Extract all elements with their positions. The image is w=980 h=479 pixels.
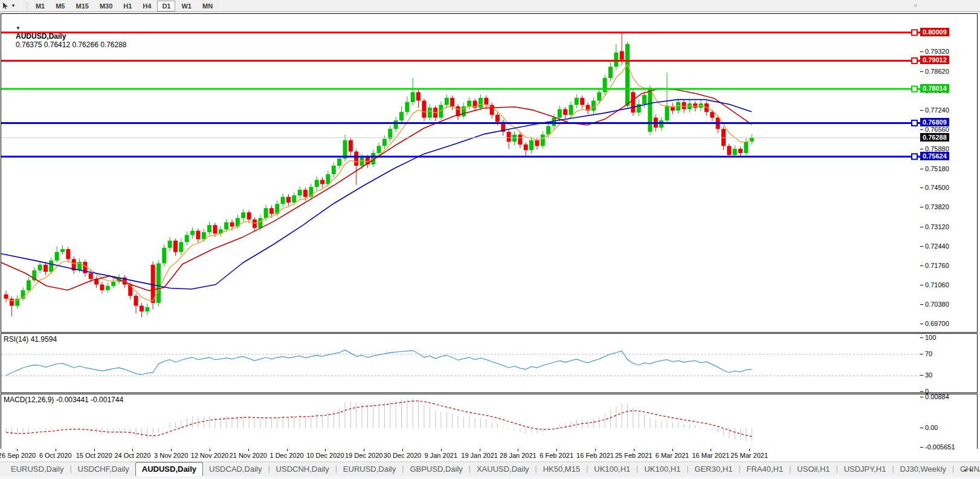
date-tick	[402, 449, 403, 451]
date-tick	[210, 449, 210, 451]
macd-scale-label: 0.00884	[925, 393, 949, 400]
date-tick	[749, 449, 750, 451]
price-tick	[920, 285, 923, 285]
tab-fra40-h1[interactable]: FRA40,H1	[741, 463, 790, 476]
tab-eurusd-daily[interactable]: EURUSD,Daily	[337, 463, 402, 476]
macd-scale-tick	[920, 447, 923, 448]
tab-eurusd-daily[interactable]: EURUSD,Daily	[5, 463, 69, 476]
chart-context-arrow-icon[interactable]: ▼	[16, 25, 21, 31]
price-tick	[920, 169, 923, 169]
hline-price-tag[interactable]: 0.80009	[920, 28, 949, 36]
price-tick	[920, 149, 923, 149]
timeframe-button-d1[interactable]: D1	[157, 1, 175, 11]
date-tick	[634, 449, 634, 451]
main-chart-pane[interactable]: ▼ AUDUSD,Daily 0.76375 0.76412 0.76266 0…	[1, 13, 978, 333]
macd-label: MACD(12,26,9) -0.003441 -0.001744	[4, 396, 123, 404]
tab-hk50-m15[interactable]: HK50,M15	[537, 463, 586, 476]
tab-usdcnh-daily[interactable]: USDCNH,Daily	[270, 463, 335, 476]
macd-scale-tick	[920, 397, 923, 397]
price-tick-label: 0.76560	[925, 126, 949, 133]
timeframe-button-mn[interactable]: MN	[198, 1, 218, 11]
candlestick-chart[interactable]	[1, 14, 921, 332]
price-tick	[920, 51, 923, 52]
toolbar-overflow-icon[interactable]: »	[914, 2, 917, 8]
timeframe-button-w1[interactable]: W1	[176, 1, 196, 11]
price-tick	[920, 129, 923, 130]
tab-gbpusd-daily[interactable]: GBPUSD,Daily	[404, 463, 468, 476]
price-tick-label: 0.75180	[925, 165, 949, 172]
hline-price-tag[interactable]: 0.78014	[920, 84, 949, 93]
macd-scale-label: -0.005651	[925, 443, 955, 451]
date-tick	[595, 449, 596, 451]
rsi-label: RSI(14) 41.9594	[4, 335, 57, 344]
tab-uk100-h1[interactable]: UK100,H1	[588, 463, 636, 476]
date-tick	[132, 449, 133, 451]
tab-scroll-arrows[interactable]: ◂▸	[963, 466, 976, 473]
date-tick	[248, 449, 249, 451]
status-strip	[0, 476, 980, 479]
tab-uk100-h1[interactable]: UK100,H1	[638, 463, 686, 476]
price-tick	[920, 207, 923, 207]
tab-audusd-daily[interactable]: AUDUSD,Daily	[135, 462, 203, 476]
tab-usdjpy-h1[interactable]: USDJPY,H1	[838, 463, 892, 476]
rsi-chart[interactable]	[1, 334, 921, 393]
chart-tab-bar: EURUSD,Daily|USDCHF,DailyAUDUSD,DailyUSD…	[0, 461, 980, 476]
price-tick-label: 0.71760	[925, 262, 949, 269]
timeframe-button-m5[interactable]: M5	[51, 1, 69, 11]
price-tick-label: 0.73120	[925, 223, 949, 230]
hline-price-tag[interactable]: 0.75624	[920, 152, 949, 160]
date-tick	[171, 449, 172, 451]
date-tick	[441, 449, 442, 451]
price-tick	[920, 110, 923, 111]
date-tick	[672, 449, 673, 451]
tab-xauusd-daily[interactable]: XAUUSD,Daily	[471, 463, 535, 476]
tab-usdchf-daily[interactable]: USDCHF,Daily	[72, 463, 135, 476]
date-tick	[556, 449, 557, 451]
timeframe-toolbar: ▼ M1M5M15M30H1H4D1W1MN »	[0, 0, 980, 12]
ohlc-values: 0.76375 0.76412 0.76266 0.76288	[16, 41, 127, 49]
rsi-scale-tick	[920, 391, 923, 392]
price-tick-label: 0.79320	[925, 48, 949, 55]
timeframe-button-h1[interactable]: H1	[118, 1, 137, 11]
sell-marker: *	[723, 128, 726, 137]
rsi-scale-tick	[920, 337, 923, 338]
date-tick	[711, 449, 711, 451]
hline-price-tag[interactable]: 0.76809	[920, 118, 949, 126]
toolbar-separator	[221, 2, 221, 10]
mt4-window: ▼ M1M5M15M30H1H4D1W1MN » ▼ AUDUSD,Daily …	[0, 0, 980, 479]
timeframe-button-m1[interactable]: M1	[31, 1, 50, 11]
timeframe-button-m15[interactable]: M15	[71, 1, 93, 11]
price-tick	[920, 324, 923, 324]
tab-usoil-h1[interactable]: USOil,H1	[791, 463, 836, 476]
tab-usdcad-daily[interactable]: USDCAD,Daily	[203, 463, 268, 476]
price-tick-label: 0.72440	[925, 243, 949, 250]
toolbar-separator	[21, 2, 21, 10]
price-tick	[920, 187, 923, 188]
symbol-label: AUDUSD,Daily	[16, 32, 66, 41]
rsi-pane[interactable]: RSI(14) 41.9594	[1, 333, 978, 393]
rsi-scale-label: 100	[925, 334, 936, 341]
tab-dj30-weekly[interactable]: DJ30,Weekly	[894, 463, 952, 476]
date-tick	[56, 449, 56, 451]
timeframe-button-h4[interactable]: H4	[138, 1, 156, 11]
timeframe-buttons: M1M5M15M30H1H4D1W1MN	[30, 1, 218, 11]
hline-price-tag[interactable]: 0.79012	[920, 56, 949, 64]
timeframe-button-m30[interactable]: M30	[95, 1, 117, 11]
macd-pane[interactable]: MACD(12,26,9) -0.003441 -0.001744	[1, 394, 978, 450]
toolbar-grip[interactable]	[25, 2, 28, 10]
current-price-tag: 0.76288	[920, 133, 949, 142]
date-label: 25 Mar 2021	[726, 452, 772, 459]
tab-ger30-h1[interactable]: GER30,H1	[689, 463, 739, 476]
price-tick-label: 0.73820	[925, 203, 949, 210]
macd-scale-label: 0.00	[925, 424, 938, 431]
price-tick	[920, 71, 923, 72]
date-tick	[364, 449, 364, 451]
date-tick	[17, 449, 18, 451]
rsi-scale-label: 70	[925, 350, 932, 357]
price-tick-label: 0.74500	[925, 184, 949, 191]
macd-chart[interactable]	[1, 394, 921, 449]
chart-tabs: EURUSD,Daily|USDCHF,DailyAUDUSD,DailyUSD…	[5, 462, 980, 476]
cursor-tool-button[interactable]: ▼	[0, 2, 18, 10]
date-tick	[480, 449, 480, 451]
time-axis[interactable]: 26 Sep 20206 Oct 202015 Oct 202024 Oct 2…	[0, 449, 980, 461]
